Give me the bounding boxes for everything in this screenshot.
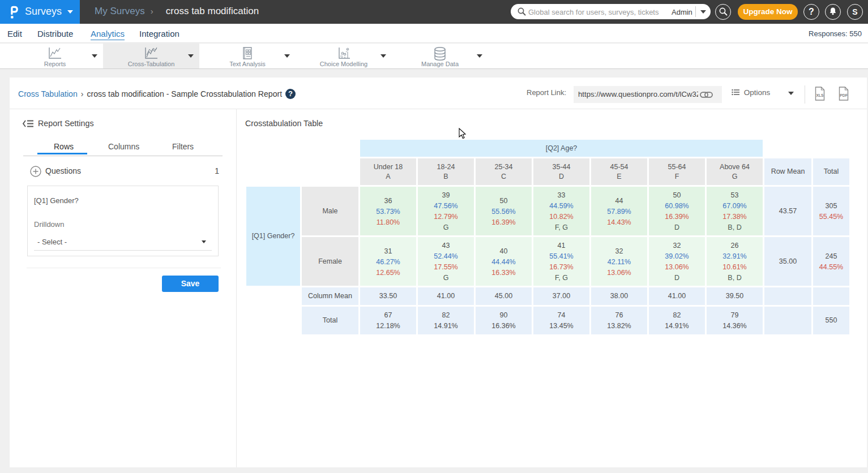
svg-text:PDF: PDF bbox=[840, 93, 848, 97]
svg-text:XLS: XLS bbox=[816, 93, 824, 97]
